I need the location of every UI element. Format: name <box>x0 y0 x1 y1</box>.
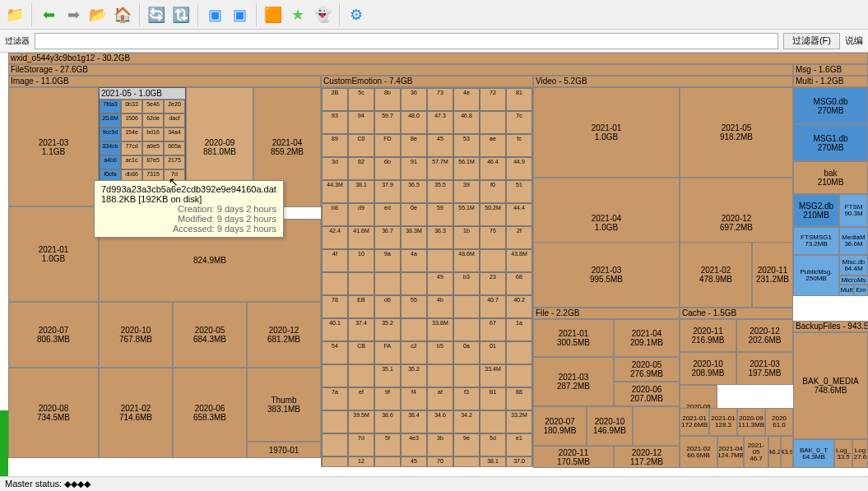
ce-cell[interactable] <box>322 433 348 456</box>
block-2021-03[interactable]: 2021-031.1GB <box>8 87 99 206</box>
ce-cell[interactable]: 36 <box>401 88 427 111</box>
ce-cell[interactable]: 45 <box>401 456 427 467</box>
ce-cell[interactable]: e1 <box>506 433 532 456</box>
ce-cell[interactable]: 9a <box>374 249 401 272</box>
ce-cell[interactable]: 57.7M <box>427 157 453 180</box>
grid-cell[interactable]: 665a <box>164 141 185 155</box>
ce-cell[interactable]: 37.9 <box>374 180 401 203</box>
block-2020-12[interactable]: 2020-12681.2MB <box>247 302 321 368</box>
bak[interactable]: bak210MB <box>793 161 868 194</box>
f-ot[interactable] <box>633 406 680 446</box>
ce-cell[interactable] <box>374 272 401 295</box>
ce-cell[interactable] <box>322 364 348 387</box>
grid-cell[interactable]: a4b6 <box>100 155 121 169</box>
block-2021-02[interactable]: 2021-02714.6MB <box>99 368 173 458</box>
c-2021-03[interactable]: 2021-03197.5MB <box>736 352 793 385</box>
f-2021-01[interactable]: 2021-01300.5MB <box>533 319 614 357</box>
grid-cell[interactable]: 154e <box>121 127 142 141</box>
block-2020-07[interactable]: 2020-07806.3MB <box>8 302 99 368</box>
star-button[interactable]: ★ <box>286 3 309 26</box>
ce-cell[interactable]: 44.4 <box>506 203 532 226</box>
image-header[interactable]: Image - 11.0GB <box>8 76 321 87</box>
ce-cell[interactable]: 7c <box>506 111 532 134</box>
ce-cell[interactable]: 4a <box>401 249 427 272</box>
ce-cell[interactable] <box>348 272 374 295</box>
c-2020-10[interactable]: 2020-10208.9MB <box>680 352 736 385</box>
grid-cell[interactable]: 34a4 <box>164 127 185 141</box>
f-2021-04[interactable]: 2021-04209.1MB <box>614 319 680 357</box>
ce-cell[interactable]: f3 <box>453 387 480 410</box>
ce-cell[interactable]: 33.2M <box>506 410 532 433</box>
grid-cell[interactable]: ac1c <box>121 155 142 169</box>
ce-cell[interactable]: 38.4 <box>401 410 427 433</box>
mult[interactable]: Mult <box>839 285 854 296</box>
ce-cell[interactable]: 45 <box>427 134 453 157</box>
ce-cell[interactable]: 36.3 <box>427 226 453 249</box>
ce-cell[interactable]: 8b <box>374 88 401 111</box>
ce-cell[interactable]: 33.8M <box>427 318 453 341</box>
folder-button[interactable]: 📁 <box>3 3 26 26</box>
ce-cell[interactable]: 59.7 <box>374 111 401 134</box>
ce-cell[interactable]: 50.2M <box>480 203 506 226</box>
ce-cell[interactable]: 38.1 <box>348 180 374 203</box>
c-2020-12[interactable]: 2020-12202.6MB <box>736 319 793 352</box>
ce-cell[interactable]: 7a <box>322 387 348 410</box>
ce-cell[interactable]: 91 <box>401 157 427 180</box>
grid-cell[interactable]: 5e46 <box>142 100 164 113</box>
grid-cell[interactable]: bd16 <box>142 127 164 141</box>
ce-cell[interactable]: EB <box>348 295 374 318</box>
ce-cell[interactable]: d9 <box>348 203 374 226</box>
bak-log1[interactable]: Log_33.5 <box>834 439 852 468</box>
ce-cell[interactable]: 0a <box>453 341 480 364</box>
ce-cell[interactable] <box>348 364 374 387</box>
ce-cell[interactable]: 44.9 <box>506 157 532 180</box>
ce-cell[interactable]: 36.7 <box>374 226 401 249</box>
ce-cell[interactable]: 39 <box>453 180 480 203</box>
f-2020-05[interactable]: 2020-05276.9MB <box>614 357 680 382</box>
ce-cell[interactable] <box>322 410 348 433</box>
f-2020-07[interactable]: 2020-07180.9MB <box>533 406 587 446</box>
grid-cell[interactable]: 0b33 <box>121 100 142 113</box>
ce-cell[interactable]: 6b <box>374 157 401 180</box>
ce-cell[interactable]: 9f <box>374 387 401 410</box>
ce-cell[interactable]: 42.4 <box>322 226 348 249</box>
grid-cell[interactable]: a9e5 <box>142 141 164 155</box>
home-button[interactable]: 🏠 <box>111 3 134 26</box>
v-2021-03[interactable]: 2021-03995.5MB <box>533 242 680 308</box>
ce-cell[interactable] <box>506 341 532 364</box>
gear-button[interactable]: ⚙ <box>345 3 368 26</box>
ce-cell[interactable]: 40.1 <box>322 318 348 341</box>
grid-cell[interactable]: 2e20 <box>164 100 185 113</box>
c-ot2[interactable]: 2021-04124.7MB <box>717 436 744 468</box>
block-2021-01[interactable]: 2021-011.0GB <box>8 206 99 302</box>
filter-input[interactable] <box>35 33 778 49</box>
ce-cell[interactable] <box>453 364 480 387</box>
ce-cell[interactable] <box>480 410 506 433</box>
grid-cell[interactable]: 7fda3 <box>100 100 121 113</box>
ce-cell[interactable] <box>427 364 453 387</box>
reload-button[interactable]: 🔃 <box>169 3 193 26</box>
f-2020-10[interactable]: 2020-10146.9MB <box>587 406 633 446</box>
grid-cell[interactable]: 1506 <box>121 113 142 127</box>
custom-header[interactable]: CustomEmotion - 7.4GB <box>321 76 533 87</box>
bak-t[interactable]: BAK_0_T64.3MB <box>793 439 834 468</box>
ce-cell[interactable] <box>453 295 480 318</box>
msg-header[interactable]: Msg - 1.6GB <box>793 64 868 76</box>
refresh-button[interactable]: 🔄 <box>145 3 168 26</box>
ce-cell[interactable]: d6 <box>374 295 401 318</box>
v-2021-05[interactable]: 2021-05918.2MB <box>680 87 793 178</box>
ce-cell[interactable]: 67 <box>480 318 506 341</box>
c-2020-11[interactable]: 2020-11216.9MB <box>680 319 736 352</box>
ce-cell[interactable]: 43.8M <box>506 249 532 272</box>
msg2[interactable]: MSG2.db210MB <box>793 194 839 227</box>
ce-cell[interactable]: 81 <box>506 88 532 111</box>
ce-cell[interactable]: 23 <box>480 272 506 295</box>
ce-cell[interactable]: 4e3 <box>401 433 427 456</box>
ftsm[interactable]: FTSM90.3M <box>839 194 868 227</box>
v-2021-01[interactable]: 2021-011.0GB <box>533 87 680 178</box>
multi-header[interactable]: Multi - 1.2GB <box>793 76 868 87</box>
ce-cell[interactable]: C0 <box>348 134 374 157</box>
ce-cell[interactable]: ef <box>348 387 374 410</box>
em[interactable]: Em <box>854 285 868 296</box>
ce-cell[interactable]: c2 <box>401 341 427 364</box>
